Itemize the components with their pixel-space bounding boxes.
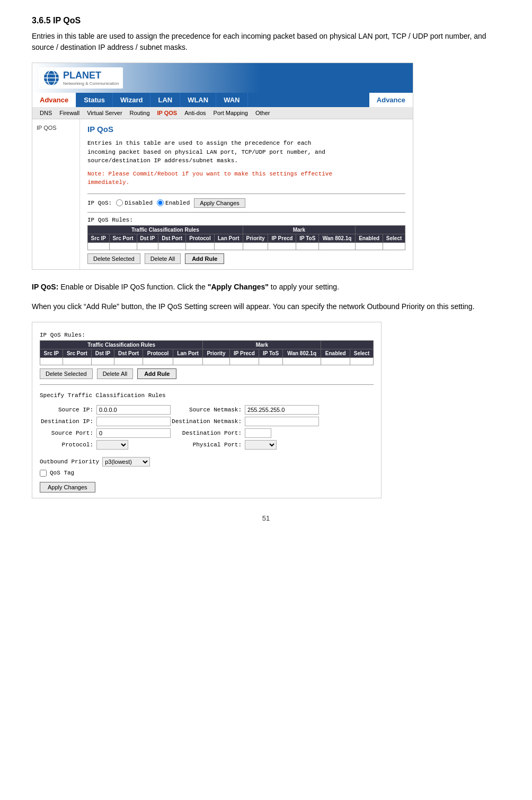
table-row-empty bbox=[88, 242, 405, 250]
subnav-virtual-server[interactable]: Virtual Server bbox=[84, 109, 125, 117]
radio-disabled[interactable] bbox=[116, 199, 123, 206]
qos-rules-table: Traffic Classification Rules Mark Src IP… bbox=[87, 225, 405, 250]
protocol-cell: TCP UDP bbox=[96, 440, 171, 450]
nav-item-wan[interactable]: WAN bbox=[216, 93, 247, 107]
source-port-label: Source Port: bbox=[41, 428, 95, 438]
th2-mark: Mark bbox=[203, 340, 321, 349]
th-lan-port: Lan Port bbox=[214, 234, 243, 242]
th-ip-tos: IP ToS bbox=[296, 234, 319, 242]
subnav-firewall[interactable]: Firewall bbox=[56, 109, 83, 117]
form-row-source-ip: Source IP: Source Netmask: bbox=[41, 405, 319, 415]
rules-label2: IP QoS Rules: bbox=[40, 332, 374, 338]
nav-right-advance: Advance bbox=[369, 93, 413, 107]
section-heading: 3.6.5 IP QoS bbox=[32, 16, 500, 25]
source-netmask-cell bbox=[245, 405, 319, 415]
outbound-priority-row: Outbound Priority p3(lowest) p2 p1 p0(hi… bbox=[40, 457, 374, 467]
th-enabled: Enabled bbox=[356, 234, 383, 242]
subnav-port-mapping[interactable]: Port Mapping bbox=[210, 109, 251, 117]
form-row-source-port: Source Port: Destination Port: bbox=[41, 428, 319, 438]
qos-tag-row: QoS Tag bbox=[40, 470, 374, 477]
dest-netmask-input[interactable] bbox=[245, 417, 319, 426]
th-dst-ip: Dst IP bbox=[137, 234, 158, 242]
dest-ip-cell bbox=[96, 417, 171, 426]
source-ip-input[interactable] bbox=[96, 405, 171, 415]
radio-enabled[interactable] bbox=[157, 199, 164, 206]
delete-all-button[interactable]: Delete All bbox=[145, 253, 181, 264]
subnav-routing[interactable]: Routing bbox=[127, 109, 153, 117]
subnav-dns[interactable]: DNS bbox=[37, 109, 55, 117]
th2-src-ip: Src IP bbox=[40, 349, 63, 357]
body-section1: IP QoS: Enable or Disable IP QoS functio… bbox=[32, 282, 500, 293]
nav-item-status[interactable]: Status bbox=[76, 93, 113, 107]
content-section-title: IP QoS bbox=[87, 125, 405, 134]
add-rule-button2[interactable]: Add Rule bbox=[137, 368, 176, 379]
add-rule-button1[interactable]: Add Rule bbox=[185, 253, 224, 264]
nav-item-lan[interactable]: LAN bbox=[150, 93, 180, 107]
screenshot1-box: PLANET Networking & Communication Advanc… bbox=[32, 63, 413, 270]
protocol-label: Protocol: bbox=[41, 440, 95, 450]
source-netmask-label: Source Netmask: bbox=[172, 405, 244, 415]
radio-disabled-option[interactable]: Disabled bbox=[116, 199, 153, 206]
th2-dst-port: Dst Port bbox=[114, 349, 143, 357]
delete-all-button2[interactable]: Delete All bbox=[97, 368, 133, 379]
nav-bar: Advance Status Wizard LAN WLAN WAN Advan… bbox=[32, 93, 413, 107]
divider2 bbox=[87, 212, 405, 213]
table2-btn-row: Delete Selected Delete All Add Rule bbox=[40, 368, 374, 379]
nav-item-advance[interactable]: Advance bbox=[32, 93, 76, 107]
th-priority: Priority bbox=[243, 234, 268, 242]
specify-section: Specify Traffic Classification Rules Sou… bbox=[40, 392, 374, 493]
th-dst-port: Dst Port bbox=[158, 234, 186, 242]
body-para1-text: Enable or Disable IP QoS function. Click… bbox=[60, 283, 339, 291]
brand-name: PLANET bbox=[63, 70, 119, 81]
divider1 bbox=[87, 194, 405, 194]
sub-nav: DNS Firewall Virtual Server Routing IP Q… bbox=[32, 107, 413, 119]
sidebar: IP QOS bbox=[32, 119, 80, 269]
physical-port-cell bbox=[245, 440, 319, 450]
apply-changes-button1[interactable]: Apply Changes bbox=[194, 198, 245, 208]
intro-paragraph: Entries in this table are used to assign… bbox=[32, 31, 500, 53]
subnav-other[interactable]: Other bbox=[252, 109, 273, 117]
subnav-anti-dos[interactable]: Anti-dos bbox=[181, 109, 209, 117]
dest-port-cell bbox=[245, 428, 319, 438]
th2-src-port: Src Port bbox=[63, 349, 92, 357]
source-port-input[interactable] bbox=[96, 428, 171, 438]
th-select: Select bbox=[383, 234, 405, 242]
source-port-cell bbox=[96, 428, 171, 438]
dest-ip-label: Destination IP: bbox=[41, 417, 95, 426]
nav-item-wizard[interactable]: Wizard bbox=[113, 93, 151, 107]
protocol-select[interactable]: TCP UDP bbox=[96, 440, 128, 450]
subnav-ip-qos[interactable]: IP QOS bbox=[154, 109, 181, 117]
outbound-priority-select[interactable]: p3(lowest) p2 p1 p0(highest) bbox=[102, 457, 150, 467]
specify-form-table: Source IP: Source Netmask: Destination I… bbox=[40, 403, 320, 452]
delete-selected-button2[interactable]: Delete Selected bbox=[40, 368, 93, 379]
qos-tag-checkbox[interactable] bbox=[40, 470, 47, 477]
form-row-dest-ip: Destination IP: Destination Netmask: bbox=[41, 417, 319, 426]
body-section2: When you click “Add Rule” button, the IP… bbox=[32, 301, 500, 312]
radio-disabled-label: Disabled bbox=[125, 200, 153, 206]
divider3 bbox=[40, 384, 374, 385]
dest-ip-input[interactable] bbox=[96, 417, 171, 426]
delete-selected-button[interactable]: Delete Selected bbox=[87, 253, 140, 264]
radio-enabled-label: Enabled bbox=[165, 200, 190, 206]
th2-select: Select bbox=[350, 349, 374, 357]
apply-changes-button2[interactable]: Apply Changes bbox=[40, 482, 95, 493]
th-mark: Mark bbox=[243, 225, 355, 234]
body-para2: When you click “Add Rule” button, the IP… bbox=[32, 301, 500, 312]
th-protocol: Protocol bbox=[186, 234, 215, 242]
radio-enabled-option[interactable]: Enabled bbox=[157, 199, 190, 206]
form-row-protocol: Protocol: TCP UDP Physical Port: bbox=[41, 440, 319, 450]
main-content: IP QoS Entries in this table are used to… bbox=[80, 119, 413, 269]
planet-logo: PLANET Networking & Communication bbox=[39, 67, 123, 89]
qos-rules-table2: Traffic Classification Rules Mark Src IP… bbox=[40, 340, 374, 365]
source-netmask-input[interactable] bbox=[245, 405, 319, 415]
dest-port-input[interactable] bbox=[245, 428, 271, 438]
physical-port-select[interactable] bbox=[245, 440, 277, 450]
th2-protocol: Protocol bbox=[143, 349, 173, 357]
nav-item-wlan[interactable]: WLAN bbox=[180, 93, 216, 107]
desc-text: Entries in this table are used to assign… bbox=[87, 139, 405, 165]
th-traffic-classification: Traffic Classification Rules bbox=[88, 225, 243, 234]
table-btn-row: Delete Selected Delete All Add Rule bbox=[87, 253, 405, 264]
physical-port-label: Physical Port: bbox=[172, 440, 244, 450]
tagline: Networking & Communication bbox=[63, 81, 119, 86]
th2-empty bbox=[321, 340, 374, 349]
